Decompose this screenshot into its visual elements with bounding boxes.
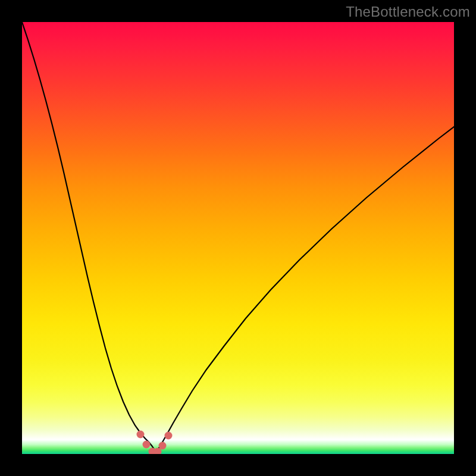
chart-svg: [22, 22, 454, 454]
valley-dot: [137, 431, 145, 439]
curve-left: [22, 22, 156, 453]
outer-frame: TheBottleneck.com: [0, 0, 476, 476]
curve-right: [156, 127, 454, 453]
valley-dot: [165, 432, 173, 440]
valley-dot: [143, 441, 151, 449]
valley-dots: [137, 431, 173, 455]
plot-area: [22, 22, 454, 454]
valley-dot: [159, 442, 167, 450]
watermark-text: TheBottleneck.com: [346, 4, 470, 20]
